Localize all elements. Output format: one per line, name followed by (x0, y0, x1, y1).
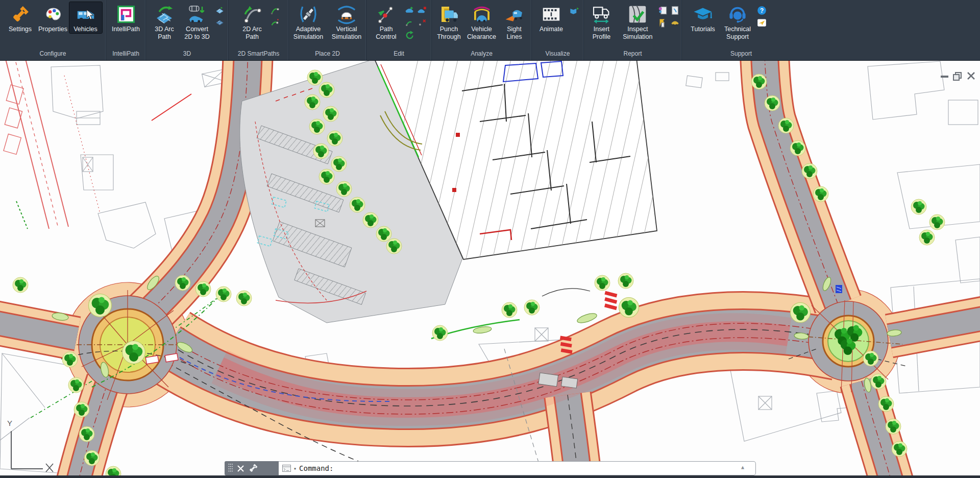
group-label-configure: Configure (0, 49, 106, 60)
tutorials-button[interactable]: Tutorials (686, 2, 720, 33)
ribbon-group-3d: 3D Arc Path Convert 2D to 3D 3D (146, 0, 229, 60)
button-label: Tutorials (691, 26, 715, 33)
vertical-simulation-icon (336, 3, 357, 26)
group-label-visualize: Visualize (532, 49, 583, 60)
2d-arc-icon (242, 3, 262, 26)
group-label-intellipath: IntelliPath (106, 49, 145, 60)
settings-wrench-icon (11, 3, 30, 26)
properties-button[interactable]: Properties (37, 2, 69, 33)
ribbon-group-2d-smartpaths: 2D Arc Path 2D SmartPaths (229, 0, 289, 60)
grip-dots-icon[interactable] (228, 463, 233, 473)
recent-commands-icon[interactable]: ▾ (293, 466, 297, 471)
mini-report-vehicle-icon[interactable] (670, 18, 680, 28)
mini-smartpath-2-icon[interactable] (270, 18, 280, 28)
sight-lines-button[interactable]: Sight Lines (498, 2, 531, 41)
technical-support-button[interactable]: Technical Support (720, 2, 755, 41)
button-label: Through (437, 33, 461, 41)
button-label: Convert (186, 26, 208, 33)
ribbon-group-visualize: Animate Visualize (532, 0, 584, 60)
button-label: Clearance (467, 33, 496, 41)
mini-refresh-path-icon[interactable] (404, 30, 414, 40)
adaptive-simulation-button[interactable]: Adaptive Simulation (289, 2, 328, 41)
group-label-2d-smartpaths: 2D SmartPaths (229, 49, 288, 60)
button-label: Inspect (627, 26, 648, 33)
command-window-icon[interactable] (282, 465, 291, 472)
group-label-support: Support (682, 49, 800, 60)
command-prompt[interactable]: Command: (299, 464, 333, 472)
punch-through-icon (439, 3, 459, 26)
mini-delete-point-icon[interactable] (417, 18, 427, 28)
3d-arc-path-button[interactable]: 3D Arc Path (148, 2, 181, 41)
group-label-edit: Edit (366, 49, 431, 60)
site-plan-drawing: Y (0, 60, 980, 478)
inspect-simulation-icon (627, 3, 648, 26)
graduation-cap-icon (693, 3, 713, 26)
button-label: Control (376, 33, 396, 41)
mini-3d-map-down-icon[interactable] (215, 18, 225, 28)
drawing-canvas[interactable]: Y (0, 60, 980, 478)
mini-add-vehicle-icon[interactable] (404, 6, 414, 15)
blue-marker (836, 285, 842, 293)
ribbon-group-analyze: Punch Through Vehicle Clearance Sight Li… (432, 0, 532, 60)
command-bar[interactable]: ▾ Command: ▲ (225, 461, 756, 475)
button-label: Path (158, 33, 171, 41)
button-label: Properties (38, 26, 67, 33)
button-label: Punch (440, 26, 458, 33)
button-label: Simulation (332, 33, 361, 41)
help-icon[interactable]: ? (757, 6, 767, 15)
mini-export-animation-icon[interactable] (569, 6, 579, 15)
vehicles-button[interactable]: Vehicles (69, 2, 102, 33)
button-label: Path (246, 33, 259, 41)
vertical-simulation-button[interactable]: Vertical Simulation (328, 2, 366, 41)
3d-map-icon (154, 3, 175, 26)
minimize-icon[interactable] (941, 76, 948, 78)
mini-smartpath-1-icon[interactable] (270, 6, 280, 15)
ribbon-group-report: Insert Profile Inspect Simulation Report (584, 0, 682, 60)
mini-stop-vehicle-icon[interactable] (417, 6, 427, 15)
ribbon-group-intellipath: IntelliPath IntelliPath (106, 0, 146, 60)
mini-3d-map-up-icon[interactable] (215, 6, 225, 15)
vehicle-clearance-icon (472, 3, 492, 26)
intellipath-icon (116, 3, 136, 26)
mini-report-snapshot-icon[interactable] (658, 6, 668, 15)
feedback-icon[interactable] (757, 18, 767, 28)
button-label: Technical (724, 26, 751, 33)
ribbon-group-edit: Path Control Edit (366, 0, 432, 60)
path-control-button[interactable]: Path Control (370, 2, 403, 41)
button-label: Profile (593, 33, 610, 41)
2d-arc-path-button[interactable]: 2D Arc Path (236, 2, 268, 41)
mini-path-point-icon[interactable] (404, 18, 414, 28)
headset-icon (727, 3, 748, 26)
insert-profile-icon (591, 3, 611, 26)
mini-report-doc-icon[interactable] (670, 6, 680, 15)
button-label: Support (726, 33, 749, 41)
convert-2d-to-3d-button[interactable]: Convert 2D to 3D (181, 2, 213, 41)
settings-button[interactable]: Settings (4, 2, 37, 33)
button-label: Simulation (293, 33, 323, 41)
vehicle-clearance-button[interactable]: Vehicle Clearance (465, 2, 498, 41)
ribbon: Settings Properties Vehicles Configure I… (0, 0, 980, 61)
animate-button[interactable]: Animate (535, 2, 568, 33)
punch-through-button[interactable]: Punch Through (433, 2, 465, 41)
button-label: Path (380, 26, 393, 33)
mini-report-flag-icon[interactable] (658, 18, 668, 28)
button-label: Sight (507, 26, 522, 33)
close-command-icon[interactable] (237, 465, 244, 472)
adaptive-simulation-icon (298, 3, 318, 26)
insert-profile-button[interactable]: Insert Profile (584, 2, 619, 41)
svg-text:?: ? (760, 7, 764, 14)
command-bar-handle[interactable] (225, 461, 279, 475)
customize-wrench-icon[interactable] (249, 464, 258, 473)
intellipath-button[interactable]: IntelliPath (108, 2, 144, 33)
button-label: Settings (9, 26, 32, 33)
button-label: IntelliPath (112, 26, 140, 33)
path-control-icon (376, 3, 397, 26)
button-label: 2D Arc (242, 26, 262, 33)
ribbon-group-support: Tutorials Technical Support ? Support (682, 0, 800, 60)
inspect-simulation-button[interactable]: Inspect Simulation (619, 2, 656, 41)
button-label: Adaptive (296, 26, 321, 33)
button-label: Animate (540, 26, 563, 33)
command-input[interactable]: ▾ Command: ▲ (279, 461, 756, 475)
expand-command-history-icon[interactable]: ▲ (741, 464, 744, 470)
button-label: Simulation (623, 33, 652, 41)
